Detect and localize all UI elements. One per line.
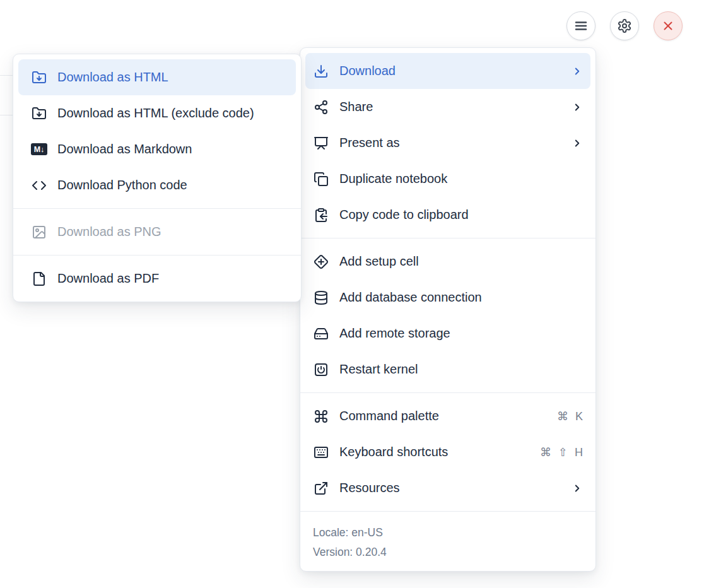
background-table-line (0, 75, 13, 76)
menu-item-label: Download as Markdown (57, 142, 283, 156)
menu-item-label: Share (339, 100, 561, 114)
presentation-icon (313, 135, 329, 151)
settings-button[interactable] (610, 11, 639, 40)
menu-item-restart-kernel[interactable]: Restart kernel (305, 351, 590, 387)
image-icon (31, 224, 47, 240)
download-icon (313, 63, 329, 79)
menu-item-share[interactable]: Share (305, 89, 590, 125)
version-text: Version: 0.20.4 (313, 543, 583, 562)
copy-icon (313, 171, 329, 187)
keyboard-shortcut-hint: ⌘ ⇧ H (540, 445, 583, 459)
menu-item-label: Command palette (339, 409, 547, 423)
markdown-badge: M↓ (31, 143, 47, 155)
menu-item-download-as-pdf[interactable]: Download as PDF (18, 261, 296, 297)
menu-item-label: Add setup cell (339, 254, 583, 269)
code-icon (31, 177, 47, 194)
hard-drive-icon (313, 326, 329, 342)
menu-separator (13, 208, 301, 209)
menu-item-label: Download as HTML (exclude code) (57, 106, 283, 121)
menu-item-copy-code[interactable]: Copy code to clipboard (305, 197, 590, 233)
hamburger-menu-icon (573, 18, 589, 34)
menu-separator (300, 238, 595, 238)
close-icon (660, 18, 676, 34)
menu-separator (13, 255, 301, 256)
keyboard-icon (313, 444, 329, 461)
folder-down-icon (31, 69, 47, 86)
menu-footer: Locale: en-US Version: 0.20.4 (305, 517, 590, 566)
database-icon (313, 290, 329, 306)
menu-separator (300, 511, 595, 512)
menu-separator (300, 392, 595, 393)
menu-item-download-as-html-exclude-code[interactable]: Download as HTML (exclude code) (18, 95, 296, 131)
menu-item-add-setup-cell[interactable]: Add setup cell (305, 244, 590, 279)
menu-item-label: Download (339, 64, 561, 78)
keyboard-shortcut-hint: ⌘ K (557, 409, 583, 423)
download-submenu: Download as HTML Download as HTML (exclu… (13, 54, 302, 302)
menu-item-label: Resources (339, 481, 561, 495)
menu-item-download-as-html[interactable]: Download as HTML (18, 59, 296, 95)
file-icon (31, 271, 47, 287)
share-icon (313, 99, 329, 115)
menu-item-label: Add remote storage (339, 326, 583, 341)
folder-down-icon (31, 105, 47, 122)
chevron-right-icon (572, 102, 583, 113)
menu-item-label: Copy code to clipboard (339, 208, 583, 222)
markdown-icon: M↓ (31, 141, 47, 158)
menu-item-present-as[interactable]: Present as (305, 125, 590, 161)
chevron-right-icon (572, 138, 583, 149)
menu-item-add-database-connection[interactable]: Add database connection (305, 279, 590, 315)
menu-item-download-python-code[interactable]: Download Python code (18, 167, 296, 203)
diamond-plus-icon (313, 254, 329, 270)
menu-item-label: Add database connection (339, 290, 583, 305)
menu-item-label: Download as HTML (57, 70, 283, 85)
menu-item-label: Keyboard shortcuts (339, 445, 530, 459)
menu-item-download[interactable]: Download (305, 53, 590, 89)
background-table-line (0, 115, 13, 115)
menu-item-label: Download as PNG (57, 225, 283, 239)
menu-item-download-as-markdown[interactable]: M↓ Download as Markdown (18, 131, 296, 167)
gear-icon (616, 18, 633, 34)
external-link-icon (313, 480, 329, 497)
notebook-actions-menu: Download Share Present as Duplicate note… (300, 47, 596, 572)
menu-item-duplicate-notebook[interactable]: Duplicate notebook (305, 161, 590, 197)
locale-text: Locale: en-US (313, 523, 583, 543)
menu-item-command-palette[interactable]: Command palette ⌘ K (305, 398, 590, 434)
notebook-menu-button[interactable] (566, 11, 595, 40)
command-icon (313, 408, 329, 425)
menu-item-label: Download Python code (57, 178, 283, 192)
menu-item-label: Duplicate notebook (339, 172, 583, 186)
menu-item-label: Download as PDF (57, 271, 283, 286)
menu-item-resources[interactable]: Resources (305, 470, 590, 506)
power-icon (313, 362, 329, 378)
menu-item-keyboard-shortcuts[interactable]: Keyboard shortcuts ⌘ ⇧ H (305, 434, 590, 470)
close-button[interactable] (654, 11, 683, 40)
clipboard-copy-icon (313, 207, 329, 223)
chevron-right-icon (572, 483, 583, 494)
menu-item-label: Present as (339, 136, 561, 150)
menu-item-label: Restart kernel (339, 362, 583, 377)
menu-item-download-as-png: Download as PNG (18, 214, 296, 250)
menu-item-add-remote-storage[interactable]: Add remote storage (305, 315, 590, 351)
chevron-right-icon (572, 66, 583, 77)
